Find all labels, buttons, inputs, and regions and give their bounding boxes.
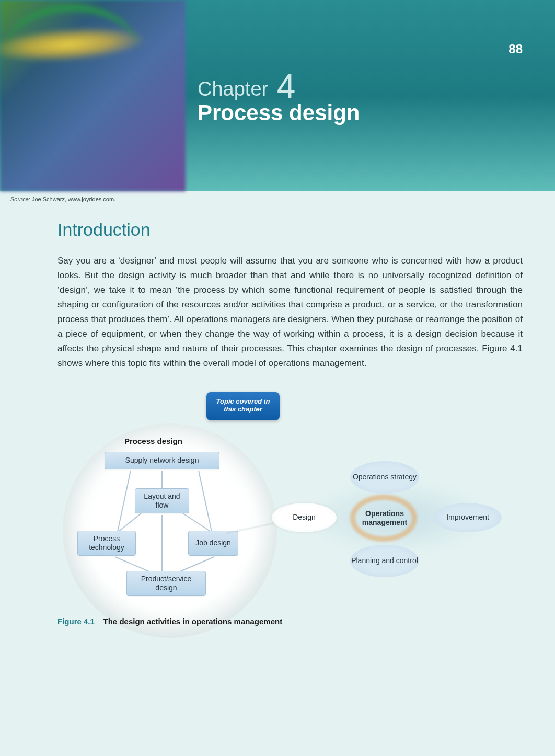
svg-line-5 <box>115 557 152 572</box>
figure-number: Figure 4.1 <box>57 617 95 626</box>
chapter-label: Chapter 4 <box>198 67 295 106</box>
page-number: 88 <box>508 42 523 56</box>
chapter-label-text: Chapter <box>198 78 268 100</box>
node-planning-and-control: Planning and control <box>350 545 419 577</box>
svg-line-6 <box>178 557 214 572</box>
figure-caption: Figure 4.1 The design activities in oper… <box>57 617 282 626</box>
header-band: 88 Chapter 4 Process design <box>0 0 555 191</box>
node-process-technology: Process technology <box>77 531 136 556</box>
chapter-number: 4 <box>277 67 296 105</box>
node-supply-network-design: Supply network design <box>105 452 219 469</box>
node-product-service-design: Product/service design <box>126 571 206 596</box>
operations-management-group: Operations strategy Improvement Planning… <box>282 444 517 591</box>
svg-line-4 <box>183 513 212 532</box>
chapter-title: Process design <box>198 100 360 125</box>
figure-4-1: Topic covered in this chapter Process de… <box>57 392 523 627</box>
process-design-title: Process design <box>124 437 182 445</box>
content-area: Introduction Say you are a ‘designer’ an… <box>57 220 523 371</box>
image-source: Source: Joe Schwarz, www.joyrides.com. <box>10 196 115 202</box>
intro-body: Say you are a ‘designer’ and most people… <box>57 254 523 371</box>
topic-badge: Topic covered in this chapter <box>206 392 280 420</box>
header-photo <box>0 0 186 191</box>
node-layout-and-flow: Layout and flow <box>135 488 189 513</box>
source-text: Joe Schwarz, www.joyrides.com. <box>32 196 115 202</box>
figure-title: The design activities in operations mana… <box>103 617 283 626</box>
source-label: Source: <box>10 196 30 202</box>
node-design: Design <box>272 503 337 532</box>
node-operations-management: Operations management <box>346 505 423 531</box>
node-job-design: Job design <box>188 531 238 556</box>
node-improvement: Improvement <box>434 503 502 532</box>
intro-heading: Introduction <box>57 220 523 240</box>
node-operations-strategy: Operations strategy <box>350 461 419 494</box>
